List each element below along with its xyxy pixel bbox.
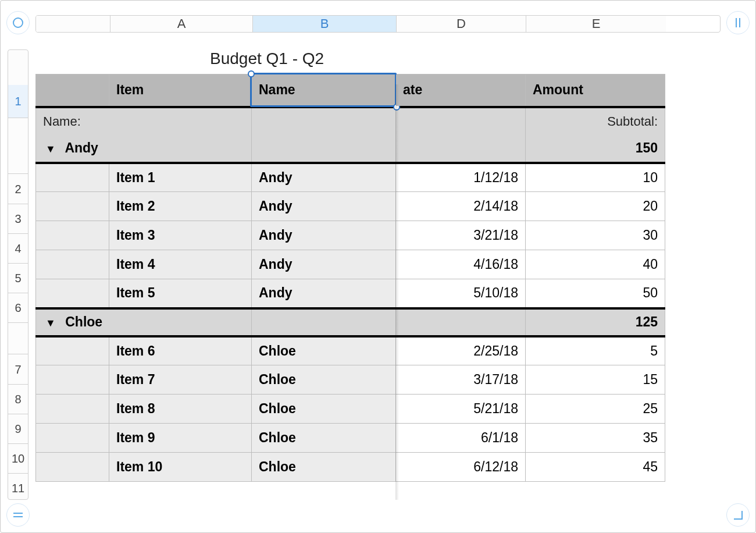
header-blank[interactable] [36,74,109,107]
cell-amount[interactable]: 10 [526,163,665,192]
cell-date[interactable]: 6/1/18 [396,424,526,453]
cell-amount[interactable]: 25 [526,395,665,424]
cell-date[interactable]: 3/21/18 [396,221,526,250]
row-header-10[interactable]: 10 [8,444,28,473]
cell-date[interactable]: 2/14/18 [396,192,526,221]
column-ruler-blank[interactable] [36,16,110,32]
cell-name[interactable]: Chloe [252,395,396,424]
table-title[interactable]: Budget Q1 - Q2 [210,49,721,68]
table-row: Item 5 Andy 5/10/18 50 [36,279,665,308]
header-name-label: Name [259,82,295,97]
column-handle[interactable] [726,11,750,34]
cell-date[interactable]: 5/10/18 [396,279,526,308]
select-all-handle[interactable] [6,11,30,34]
group-toggle-andy[interactable]: ▼ Andy [36,135,252,163]
cell-stub[interactable] [36,163,109,192]
columns-icon [734,17,742,29]
cell-name[interactable]: Andy [252,192,396,221]
row-header-6[interactable]: 6 [8,293,28,322]
cell-name[interactable]: Andy [252,163,396,192]
table-row: Item 3 Andy 3/21/18 30 [36,221,665,250]
header-item[interactable]: Item [109,74,252,107]
cell-stub[interactable] [36,365,109,395]
rows-icon [12,511,24,519]
group-subtotal-chloe: 125 [526,308,665,336]
cell-item[interactable]: Item 8 [109,395,252,424]
cell-date[interactable]: 6/12/18 [396,453,526,482]
table-row: Item 7 Chloe 3/17/18 15 [36,365,665,395]
cell-item[interactable]: Item 6 [109,336,252,365]
cell-stub[interactable] [36,279,109,308]
cell-item[interactable]: Item 1 [109,163,252,192]
group-toggle-chloe[interactable]: ▼ Chloe [36,308,252,336]
cell-stub[interactable] [36,250,109,279]
circle-icon [12,17,24,29]
table-row: Item 10 Chloe 6/12/18 45 [36,453,665,482]
group-header-chloe: ▼ Chloe 125 [36,308,665,336]
cell-item[interactable]: Item 10 [109,453,252,482]
row-header-11[interactable]: 11 [8,474,28,500]
cell-name[interactable]: Chloe [252,453,396,482]
group-label-name: Name: [36,107,252,135]
cell-date[interactable]: 3/17/18 [396,365,526,395]
cell-amount[interactable]: 5 [526,336,665,365]
cell-date[interactable]: 1/12/18 [396,163,526,192]
row-header-4[interactable]: 4 [8,234,28,263]
cell-stub[interactable] [36,424,109,453]
selection-handle-tl[interactable] [248,70,255,77]
cell-name[interactable]: Chloe [252,365,396,395]
row-header-9[interactable]: 9 [8,414,28,443]
cell-stub[interactable] [36,453,109,482]
table-row: Item 2 Andy 2/14/18 20 [36,192,665,221]
column-header-D[interactable]: D [397,16,526,32]
cell-date[interactable]: 4/16/18 [396,250,526,279]
column-header-A[interactable]: A [110,16,253,32]
cell-item[interactable]: Item 7 [109,365,252,395]
cell-stub[interactable] [36,395,109,424]
table-header-row: Item Name ate Amount [36,74,665,107]
cell-item[interactable]: Item 4 [109,250,252,279]
row-header-8[interactable]: 8 [8,385,28,414]
cell-amount[interactable]: 30 [526,221,665,250]
cell-amount[interactable]: 35 [526,424,665,453]
row-header-3[interactable]: 3 [8,204,28,233]
cell-date[interactable]: 5/21/18 [396,395,526,424]
row-header-2[interactable]: 2 [8,175,28,204]
cell-name[interactable]: Andy [252,279,396,308]
cell-date[interactable]: 2/25/18 [396,336,526,365]
cell-amount[interactable]: 20 [526,192,665,221]
column-header-E[interactable]: E [526,16,666,32]
svg-point-0 [13,18,23,27]
row-header-7[interactable]: 7 [8,355,28,384]
header-amount[interactable]: Amount [526,74,665,107]
cell-item[interactable]: Item 5 [109,279,252,308]
cell-stub[interactable] [36,221,109,250]
column-ruler: A B D E [35,15,721,33]
cell-stub[interactable] [36,192,109,221]
row-handle[interactable] [6,503,30,527]
row-header-1[interactable]: 1 [8,85,28,118]
row-header-5[interactable]: 5 [8,264,28,293]
table-row: Item 8 Chloe 5/21/18 25 [36,395,665,424]
group-name-label: Chloe [65,314,102,329]
table-row: Item 1 Andy 1/12/18 10 [36,163,665,192]
cell-name[interactable]: Chloe [252,424,396,453]
column-header-B[interactable]: B [253,16,397,32]
row-ruler: 1 2 3 4 5 6 7 8 9 10 11 [8,49,28,500]
header-date[interactable]: ate [396,74,526,107]
cell-amount[interactable]: 15 [526,365,665,395]
cell-name[interactable]: Andy [252,250,396,279]
cell-amount[interactable]: 40 [526,250,665,279]
cell-item[interactable]: Item 3 [109,221,252,250]
resize-handle[interactable] [726,503,750,527]
disclosure-triangle-icon: ▼ [45,318,56,328]
cell-item[interactable]: Item 9 [109,424,252,453]
cell-amount[interactable]: 45 [526,453,665,482]
cell-item[interactable]: Item 2 [109,192,252,221]
cell-name[interactable]: Andy [252,221,396,250]
cell-amount[interactable]: 50 [526,279,665,308]
header-name[interactable]: Name [252,74,396,107]
group-name-label: Andy [65,140,98,155]
cell-name[interactable]: Chloe [252,336,396,365]
cell-stub[interactable] [36,336,109,365]
